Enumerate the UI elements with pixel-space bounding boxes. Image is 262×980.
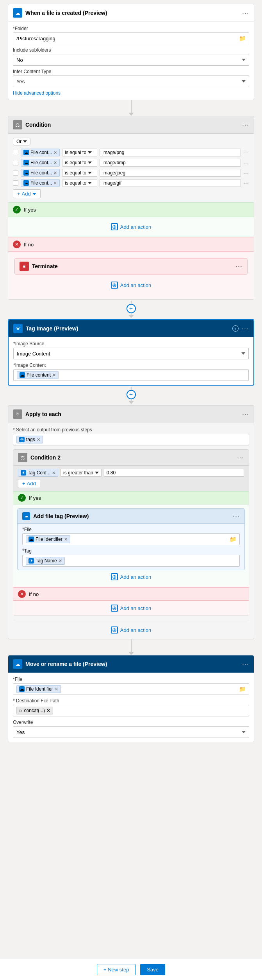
outer-add-action[interactable]: ⊕ Add an action <box>111 626 151 634</box>
if-no-add-action[interactable]: ⊕ Add an action <box>111 282 151 289</box>
nested-check-icon: ✓ <box>18 494 26 502</box>
folder-value: /Pictures/Tagging <box>16 36 55 41</box>
check-icon: ✓ <box>13 206 21 214</box>
chip-label: File cont... <box>30 150 52 155</box>
nested-if-no-add-action[interactable]: ⊕ Add an action <box>111 605 151 612</box>
row-chevron <box>88 151 92 154</box>
select-output-input[interactable]: 👁 tags ✕ <box>13 434 249 445</box>
image-source-select[interactable]: Image Content <box>13 348 249 359</box>
row-value[interactable]: image/bmp <box>100 159 241 167</box>
tag-conf-chip-close[interactable]: ✕ <box>52 470 55 476</box>
image-source-label: *Image Source <box>13 341 249 346</box>
nested-if-yes-add-label: Add an action <box>120 574 151 580</box>
move-file-chip-close[interactable]: ✕ <box>55 687 58 692</box>
include-subfolders-select[interactable]: No <box>13 54 249 66</box>
row-checkbox[interactable] <box>13 150 18 155</box>
infer-content-select[interactable]: Yes <box>13 75 249 87</box>
tags-chip-close[interactable]: ✕ <box>37 437 40 442</box>
cond2-chevron <box>95 472 99 474</box>
condition2-row: 👁 Tag Conf... ✕ is greater than 0.80 <box>18 469 244 477</box>
new-step-button[interactable]: + New step <box>97 964 135 975</box>
row-menu[interactable]: ··· <box>243 170 249 176</box>
condition2-add-btn[interactable]: + Add <box>18 479 40 488</box>
if-yes-body: ⊕ Add an action <box>8 217 254 237</box>
conn-arrow-4 <box>128 652 134 655</box>
move-folder-icon: 📁 <box>239 686 246 692</box>
save-button[interactable]: Save <box>140 964 165 975</box>
condition2-value[interactable]: 0.80 <box>104 469 244 477</box>
file-input[interactable]: ☁ File Identifier ✕ 📁 <box>22 533 240 545</box>
image-content-chip: ☁ File content ✕ <box>17 371 59 379</box>
add-file-tag-menu[interactable]: ··· <box>233 512 240 520</box>
overwrite-select[interactable]: Yes <box>13 726 249 738</box>
row-menu[interactable]: ··· <box>243 160 249 166</box>
condition2-menu[interactable]: ··· <box>237 454 244 462</box>
move-card: ☁ Move or rename a file (Preview) ··· *F… <box>8 655 254 742</box>
folder-input[interactable]: /Pictures/Tagging 📁 <box>13 32 249 44</box>
move-header: ☁ Move or rename a file (Preview) ··· <box>8 655 254 673</box>
row-value[interactable]: image/gif <box>100 179 241 187</box>
apply-each-header: ↻ Apply to each ··· <box>8 406 254 423</box>
row-operator-select[interactable]: is equal to <box>62 159 97 167</box>
outer-action-icon: ⊕ <box>111 626 118 634</box>
file-folder-icon: 📁 <box>230 536 236 542</box>
condition2-card: ⚖ Condition 2 ··· 👁 Tag Conf... ✕ <box>13 449 249 616</box>
file-id-chip-close[interactable]: ✕ <box>64 537 68 542</box>
trigger-icon: ☁ <box>13 8 22 18</box>
row-chip: ☁ File cont... ✕ <box>21 169 60 177</box>
conn-line-top <box>131 301 132 304</box>
tags-chip: 👁 tags ✕ <box>16 436 43 443</box>
bottom-bar: + New step Save <box>0 959 262 980</box>
row-checkbox[interactable] <box>13 170 18 176</box>
chip-close[interactable]: ✕ <box>53 181 57 186</box>
row-menu[interactable]: ··· <box>243 180 249 186</box>
chip-close[interactable]: ✕ <box>53 160 57 165</box>
connector-line <box>131 100 132 113</box>
chip-icon: ☁ <box>23 160 29 165</box>
row-operator-select[interactable]: is equal to <box>62 149 97 156</box>
chip-close[interactable]: ✕ <box>53 150 57 155</box>
folder-icon: 📁 <box>239 35 246 41</box>
tag-image-menu[interactable]: ··· <box>242 325 249 333</box>
plus-icon: + <box>17 191 20 197</box>
condition-row: ☁ File cont... ✕ is equal to image/gif ·… <box>13 179 249 187</box>
connector-plus-1[interactable]: + <box>127 304 136 313</box>
apply-each-menu[interactable]: ··· <box>242 410 249 418</box>
dest-chip-close[interactable]: ✕ <box>46 708 50 713</box>
cond2-plus-icon: + <box>22 481 25 486</box>
connector-plus-2[interactable]: + <box>127 390 136 399</box>
row-operator-select[interactable]: is equal to <box>62 169 97 177</box>
row-value[interactable]: image/png <box>100 149 241 156</box>
chip-close[interactable]: ✕ <box>53 171 57 176</box>
move-file-input[interactable]: ☁ File Identifier ✕ 📁 <box>13 683 249 695</box>
condition-menu[interactable]: ··· <box>242 121 249 129</box>
chip-cloud-icon: ☁ <box>20 372 25 378</box>
connector-1 <box>128 100 134 116</box>
condition2-operator-select[interactable]: is greater than <box>61 469 102 477</box>
or-badge[interactable]: Or <box>13 138 30 145</box>
row-checkbox[interactable] <box>13 180 18 186</box>
image-content-chip-close[interactable]: ✕ <box>52 373 56 378</box>
row-operator-select[interactable]: is equal to <box>62 179 97 187</box>
chip-icon: ☁ <box>23 180 29 186</box>
condition-icon: ⚖ <box>13 120 22 129</box>
operator-label: is equal to <box>65 160 86 165</box>
tag-input[interactable]: 👁 Tag Name ✕ <box>22 555 240 567</box>
row-checkbox[interactable] <box>13 160 18 165</box>
tag-name-chip-close[interactable]: ✕ <box>59 558 62 564</box>
add-file-tag-card: ☁ Add file tag (Preview) ··· *File ☁ Fil… <box>17 508 245 570</box>
chevron-down-icon <box>242 59 246 61</box>
row-value[interactable]: image/jpeg <box>100 169 241 177</box>
move-menu[interactable]: ··· <box>242 660 249 668</box>
tag-image-info-icon[interactable]: i <box>232 325 239 332</box>
dest-path-input[interactable]: fx concat(...) ✕ <box>13 705 249 716</box>
hide-advanced-link[interactable]: Hide advanced options <box>13 90 61 96</box>
if-yes-add-action[interactable]: ⊕ Add an action <box>111 223 151 230</box>
row-chip: ☁ File cont... ✕ <box>21 179 60 187</box>
trigger-menu[interactable]: ··· <box>242 9 249 17</box>
nested-if-yes-add-action[interactable]: ⊕ Add an action <box>111 573 151 580</box>
terminate-menu[interactable]: ··· <box>235 262 242 271</box>
condition-add-btn[interactable]: + Add <box>13 189 41 198</box>
image-content-input[interactable]: ☁ File content ✕ <box>13 369 249 381</box>
row-menu[interactable]: ··· <box>243 149 249 156</box>
